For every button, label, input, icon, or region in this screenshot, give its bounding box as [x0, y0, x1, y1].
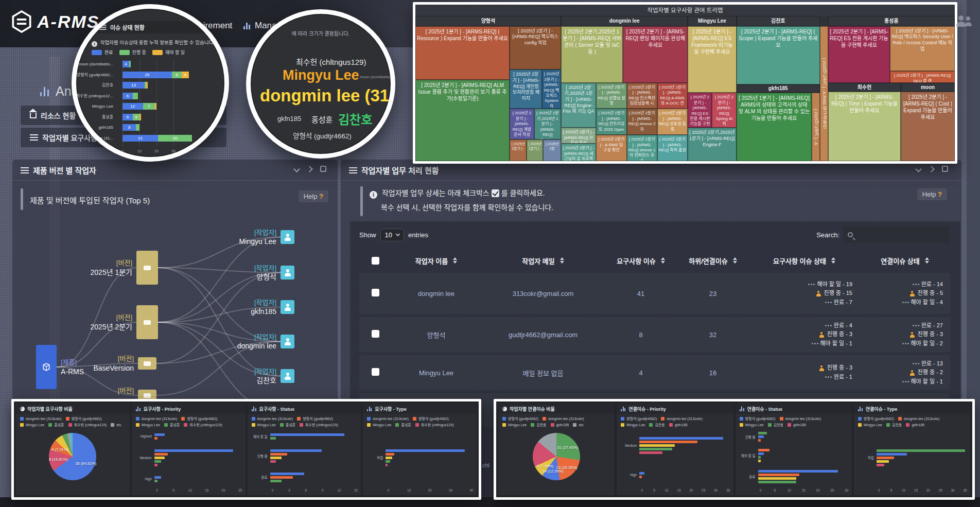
app-logo[interactable]: A-RMS	[11, 10, 99, 33]
legend-item: 홍성훈	[164, 422, 180, 427]
treemap-cell[interactable]: [ 2025년 2분기 ] - A-RMS 팀 구성 확인	[820, 26, 828, 161]
network-node-dongmin lee[interactable]	[281, 335, 294, 348]
treemap-cell[interactable]: [ 2025년 1분기 ] - [ARMS-REQ] ARMS의 상태와 고객사…	[737, 93, 812, 161]
treemap-cell[interactable]: [ 2025년 1분기 ] - [ARMS-REQ] ES Framework …	[688, 26, 736, 93]
treemap-cell[interactable]: [ 2025년 2분기 ] - [ARMS-REQ] ( Cost ) Expa…	[901, 92, 955, 161]
treemap-cell[interactable]: [ 2025년 1분기 ] - [ARMS-REQ] ( Resource ) …	[415, 26, 510, 80]
network-node-A-RMS[interactable]	[36, 345, 57, 389]
wordcloud-word[interactable]: Mingyu Lee	[283, 67, 359, 83]
search-input[interactable]	[844, 226, 949, 243]
treemap-cell[interactable]: [ 2025년 2분기 ] - [ARMS-REQ] 상열님 설명	[596, 83, 627, 109]
treemap-cell[interactable]: [ 2025년 2분기,2025년 1분기 ] - [ARMS-REQ] Eng…	[688, 128, 736, 161]
x-axis-tick: 15	[205, 488, 208, 492]
column-header[interactable]: 작업자 이름	[391, 256, 481, 266]
treemap-cell[interactable]: [ 2025년 2분기 ] - [ARMS-REQ] 랜딩 페이지를 완성해 주…	[623, 26, 688, 83]
chevron-right-icon[interactable]	[928, 166, 935, 172]
legend-item: dongmin lee (313cokr)	[542, 416, 584, 421]
bar	[154, 453, 168, 456]
treemap-cell[interactable]: [ 2025년 2분기 ] - A-RMS 팀 구성 확인	[596, 135, 627, 161]
sort-icon[interactable]	[831, 257, 835, 264]
wordcloud-word[interactable]: dongmin lee (313cokr)	[260, 86, 395, 106]
worker-name[interactable]: 양형석	[391, 330, 481, 340]
table-row[interactable]: Mingyu Lee메일 정보 없음416진행 중 - 3완료 - 1완료 - …	[359, 355, 950, 390]
wordcloud-word[interactable]: gkfn185	[277, 115, 301, 123]
treemap-cell[interactable]: [ 2025년 2분기 ] - [ARMS-REQ] 세근님이 갖 프로젝트뷰 …	[561, 144, 596, 161]
worker-name[interactable]: dongmin lee	[391, 290, 481, 298]
sort-icon[interactable]	[925, 257, 929, 264]
status-dots-icon	[812, 343, 813, 344]
column-header[interactable]: 요구사항 이슈 상태	[749, 256, 860, 266]
bar	[270, 460, 276, 463]
network-node-Mingyu Lee[interactable]	[281, 230, 294, 244]
treemap-cell[interactable]: [ 2025년 2분기 ] - [ARMS-REQ] ALM Issue 결렴 …	[415, 80, 510, 161]
column-header[interactable]: 요구사항 이슈	[605, 256, 677, 266]
table-row[interactable]: dongmin lee313cokr@gmail.com4123해야 할 일 -…	[359, 273, 950, 314]
wordcloud-word[interactable]: 홍성훈	[311, 114, 332, 125]
row-checkbox[interactable]	[372, 330, 379, 338]
treemap-cell[interactable]: [ 2025년 1분기 ] -	[527, 139, 543, 161]
bar-stack: 8	[122, 124, 139, 131]
worker-name[interactable]: Mingyu Lee	[391, 369, 481, 377]
status-item: 완료 - 27	[860, 321, 943, 330]
network-node-BaseVersion[interactable]	[138, 357, 156, 370]
chevron-down-icon[interactable]	[915, 166, 922, 172]
row-checkbox[interactable]	[372, 368, 379, 376]
treemap-cell[interactable]: [ 2025년 2분기 ] - [ARMS-REQ] SEO 를 랜	[890, 71, 955, 83]
bar	[386, 460, 390, 463]
treemap-cell[interactable]: [ 2025년 2분기 ] - [ARMS-REQ] 개발 문서 작성	[510, 109, 534, 139]
treemap-cell[interactable]: [ 2025년 2분	[543, 139, 561, 161]
network-node-2025년 2분기[interactable]	[136, 305, 158, 339]
treemap-cell[interactable]: [ 2025년 2분기 ] - A	[812, 93, 820, 161]
treemap-cell[interactable]: [ 2025년 2분기 ] - [ARMS-REQ] ( Time ) Expa…	[828, 92, 901, 161]
sort-icon[interactable]	[560, 257, 564, 264]
column-header[interactable]: 하위/연결이슈	[677, 256, 749, 266]
row-checkbox-cell	[359, 289, 391, 298]
treemap-cell[interactable]: [ 2025년 2분기 ] - [ARMS-REQ] 백오피스 Security…	[890, 26, 955, 71]
treemap-cell[interactable]: [ 2025년 2분기 ] - [ARMS-REQ] A-RMS 와 A-DOC…	[657, 83, 688, 109]
treemap-cell[interactable]: [ 2025년 2분기 ] - [ARMS-REQ] 백오피스 config 작…	[510, 26, 561, 70]
treemap-cell[interactable]: [ 2025년 2분기 ] - [ARMS-REQ] ES 전용 게시판 기능을…	[688, 93, 712, 128]
treemap-cell[interactable]: [ 2025년 2분기 ] - [ARMS-REQ] 인스팩션 팀장님들께 시	[627, 83, 657, 109]
page-size-select[interactable]: 10	[380, 229, 404, 241]
treemap-cell[interactable]: [ 2025년 2분기 ] - [ARMS-REQ] ( Scope ) Exp…	[737, 26, 820, 84]
network-node-양형석[interactable]	[281, 266, 294, 279]
treemap-cell[interactable]: [ 2025년 2분기 ] - [ARMS-REQ] 특허 출원	[657, 135, 688, 161]
treemap-cell[interactable]: [ 2025년 2분기,2025년 1분기 ] - [ARMS-REQ] Eng…	[534, 109, 561, 139]
sort-icon[interactable]	[661, 257, 665, 264]
users-icon[interactable]	[955, 15, 973, 29]
legend-swatch	[502, 417, 506, 421]
legend-item: 김찬호	[886, 422, 902, 427]
wordcloud-word[interactable]: 양형석 (gudtjr4662)	[293, 130, 352, 141]
treemap-cell[interactable]: [ 2025년 2분기 ] - [ARMS-REQ] ES 전용 게시판 기능을…	[828, 26, 890, 83]
treemap-cell[interactable]: [ 2025년 2분기 ] - [ARMS-REQ] 개인정보처리방침 페이지	[510, 69, 542, 109]
wordcloud-word[interactable]: 최수헌 (chltngus129)	[296, 56, 366, 67]
row-checkbox[interactable]	[372, 289, 379, 296]
wordcloud-word[interactable]: moon (dumbbelloper)	[360, 75, 395, 79]
treemap-cell[interactable]: [ 2025년 2분기 ] - [ARMS-REQ] dmove 2차	[627, 109, 657, 135]
treemap-cell[interactable]: [ 2025년 2분기 ] -	[510, 139, 526, 161]
treemap-cell[interactable]: [ 2025년 2분기,2025년 1분기 ] - [ARMS-REQ] Eng…	[561, 83, 596, 128]
column-header[interactable]: 연결이슈 상태	[860, 256, 950, 266]
bar	[639, 437, 723, 440]
treemap-cell[interactable]: [ 2025년 2분기 ] - [ARMS-REQ] dmove 1차 컨퍼런스…	[627, 135, 657, 161]
treemap-cell[interactable]: [ 2025년 2분기 ] - [ARMS-REQ] 상표권 등록	[657, 109, 688, 135]
network-node-gkfn185[interactable]	[281, 300, 294, 314]
wordcloud-word[interactable]: 김찬호	[338, 110, 372, 128]
bar	[877, 464, 884, 466]
treemap-cell[interactable]: [ 2025년 2분기 ] - [ARMS-REQ] 컨트리뷰토 2025 Op…	[596, 109, 627, 135]
help-button[interactable]: Help ?	[917, 188, 947, 200]
treemap-cell[interactable]: [ 2025년 2분기,2025년 1분기 ] - [ARMS-REQ] 서버 …	[561, 26, 623, 83]
sort-icon[interactable]	[453, 257, 457, 264]
table-row[interactable]: 양형석gudtjr4662@gmail.com832완료 - 4진행 중 - 3…	[359, 317, 950, 352]
treemap-cell[interactable]: [ 2025년 2분기 ] - [ARMS-REQ] 백오피스 System 작	[542, 69, 561, 109]
network-node-김찬호[interactable]	[281, 369, 294, 383]
treemap-cell[interactable]: [ 2025년 2분기 ] - [ARMS-REQ] 브로셔 작성	[561, 128, 596, 144]
expand-icon[interactable]	[942, 166, 948, 172]
network-node-2025년 1분기[interactable]	[136, 251, 158, 285]
column-header[interactable]: 작업자 메일	[481, 256, 605, 266]
person-icon	[285, 373, 291, 380]
status-item: 해야 할 일 - 1	[860, 377, 943, 387]
sort-icon[interactable]	[733, 257, 737, 264]
select-all-checkbox[interactable]	[372, 257, 379, 265]
treemap-cell[interactable]: [ 2025년 2분기 ] - [ARMS-REQ] Spring AI 적	[712, 93, 736, 128]
